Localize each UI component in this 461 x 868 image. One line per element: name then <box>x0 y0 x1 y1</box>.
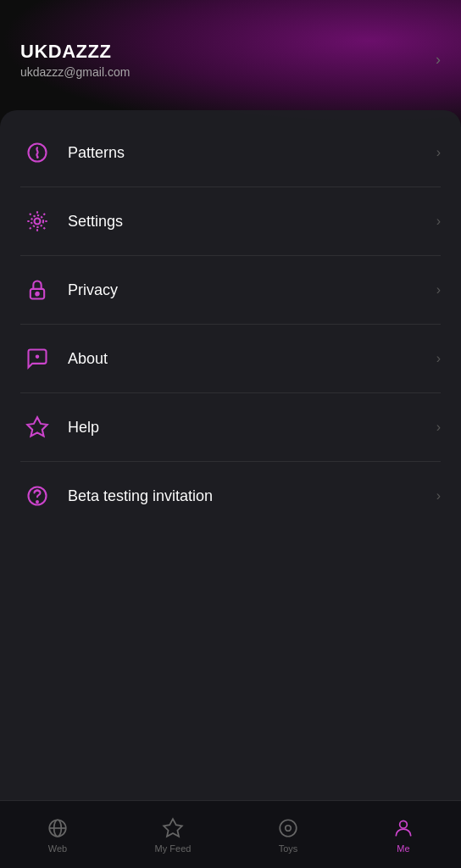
toys-nav-label: Toys <box>279 843 298 854</box>
privacy-icon <box>20 273 54 307</box>
patterns-icon <box>20 136 54 170</box>
main-card: Patterns › Settings › <box>0 110 461 800</box>
me-icon <box>392 816 415 840</box>
svg-point-14 <box>286 825 292 831</box>
about-label: About <box>68 350 436 368</box>
help-label: Help <box>68 419 436 437</box>
settings-icon <box>20 204 54 238</box>
menu-item-beta[interactable]: Beta testing invitation › <box>0 462 461 530</box>
web-nav-label: Web <box>48 843 67 854</box>
header-chevron-icon[interactable]: › <box>436 51 441 69</box>
svg-point-4 <box>36 292 39 296</box>
myfeed-nav-label: My Feed <box>155 843 192 854</box>
about-chevron: › <box>436 351 441 366</box>
svg-point-15 <box>400 821 408 828</box>
header: UKDAZZZ ukdazzz@gmail.com › <box>0 0 461 99</box>
settings-label: Settings <box>68 213 436 231</box>
username: UKDAZZZ <box>20 41 130 63</box>
menu-item-about[interactable]: About › <box>0 325 461 392</box>
myfeed-icon <box>161 816 185 840</box>
privacy-chevron: › <box>436 282 441 298</box>
svg-marker-12 <box>164 819 182 837</box>
help-icon <box>20 410 54 444</box>
svg-marker-6 <box>27 417 47 436</box>
nav-item-web[interactable]: Web <box>0 810 115 860</box>
svg-point-2 <box>31 215 43 227</box>
svg-point-13 <box>280 820 297 837</box>
svg-point-1 <box>35 219 41 225</box>
menu-item-settings[interactable]: Settings › <box>0 187 461 255</box>
menu-list: Patterns › Settings › <box>0 110 461 538</box>
toys-icon <box>276 816 300 840</box>
beta-icon <box>20 479 54 513</box>
privacy-label: Privacy <box>68 281 436 299</box>
svg-point-8 <box>36 501 38 503</box>
svg-point-5 <box>36 356 38 358</box>
help-chevron: › <box>436 420 441 435</box>
about-icon <box>20 342 54 376</box>
bottom-nav: Web My Feed Toys Me <box>0 800 461 868</box>
user-info: UKDAZZZ ukdazzz@gmail.com <box>20 41 130 79</box>
menu-item-privacy[interactable]: Privacy › <box>0 256 461 324</box>
nav-item-me[interactable]: Me <box>346 810 461 860</box>
user-email: ukdazzz@gmail.com <box>20 65 130 79</box>
menu-item-patterns[interactable]: Patterns › <box>0 119 461 186</box>
nav-item-myfeed[interactable]: My Feed <box>115 810 230 860</box>
patterns-chevron: › <box>436 145 441 160</box>
nav-item-toys[interactable]: Toys <box>230 810 346 860</box>
web-icon <box>46 816 69 840</box>
menu-item-help[interactable]: Help › <box>0 393 461 461</box>
beta-chevron: › <box>436 488 441 504</box>
patterns-label: Patterns <box>68 144 436 162</box>
settings-chevron: › <box>436 214 441 229</box>
beta-label: Beta testing invitation <box>68 487 436 505</box>
me-nav-label: Me <box>397 843 409 854</box>
